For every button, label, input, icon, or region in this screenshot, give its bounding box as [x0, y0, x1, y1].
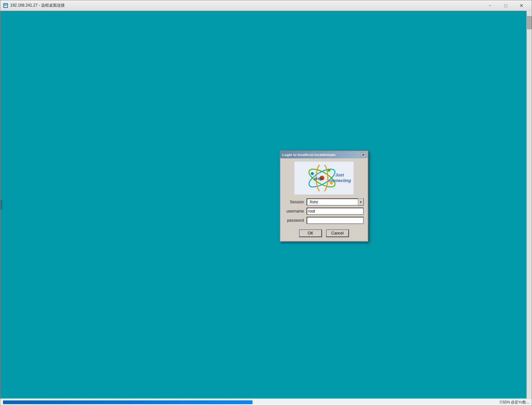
password-row: password — [284, 217, 364, 224]
status-bar: CSDN @是Yu数... — [0, 398, 532, 406]
cancel-button[interactable]: Cancel — [326, 229, 349, 237]
status-text: CSDN @是Yu数... — [500, 400, 529, 405]
dialog-body: xrdp Justconnecting Session Xvnc X11rdp … — [280, 158, 368, 241]
window-title: 192.168.241.27 - 远程桌面连接 — [10, 3, 482, 8]
username-input[interactable] — [307, 208, 364, 215]
username-label: username — [284, 209, 307, 214]
session-row: Session Xvnc X11rdp Xorg ▼ — [284, 198, 364, 206]
username-row: username — [284, 208, 364, 215]
just-connecting-text: Justconnecting — [328, 172, 351, 184]
maximize-button[interactable]: □ — [498, 1, 513, 10]
close-button[interactable]: ✕ — [514, 1, 529, 10]
main-window: 192.168.241.27 - 远程桌面连接 － □ ✕ Login to l… — [0, 0, 532, 406]
progress-bar-fill — [3, 401, 252, 404]
scrollbar-thumb[interactable] — [527, 16, 532, 29]
login-dialog: Login to localhost.localdomain ✕ — [280, 150, 368, 242]
title-bar: 192.168.241.27 - 远程桌面连接 － □ ✕ — [0, 0, 532, 11]
dialog-close-button[interactable]: ✕ — [360, 152, 366, 157]
dialog-buttons: OK Cancel — [284, 229, 364, 237]
password-input[interactable] — [307, 217, 364, 224]
svg-rect-4 — [4, 6, 6, 6]
ok-button[interactable]: OK — [299, 229, 322, 237]
rdp-content-area: Login to localhost.localdomain ✕ — [0, 11, 532, 398]
password-label: password — [284, 218, 307, 223]
minimize-button[interactable]: － — [482, 1, 497, 10]
svg-point-9 — [311, 172, 314, 175]
session-select[interactable]: Xvnc X11rdp Xorg — [307, 198, 364, 206]
svg-rect-2 — [4, 4, 7, 5]
session-label: Session — [284, 200, 307, 204]
window-icon — [3, 3, 8, 8]
svg-rect-3 — [4, 5, 7, 5]
vertical-scrollbar[interactable] — [526, 11, 532, 398]
dialog-title-text: Login to localhost.localdomain — [282, 153, 335, 157]
svg-text:xrdp: xrdp — [313, 176, 323, 181]
svg-point-10 — [328, 169, 331, 172]
dialog-title-bar: Login to localhost.localdomain ✕ — [280, 151, 368, 158]
progress-bar — [3, 400, 253, 404]
xrdp-logo: xrdp Justconnecting — [294, 162, 354, 194]
left-edge-indicator — [0, 200, 2, 210]
session-select-wrapper[interactable]: Xvnc X11rdp Xorg ▼ — [307, 198, 364, 206]
window-controls: － □ ✕ — [482, 1, 529, 10]
